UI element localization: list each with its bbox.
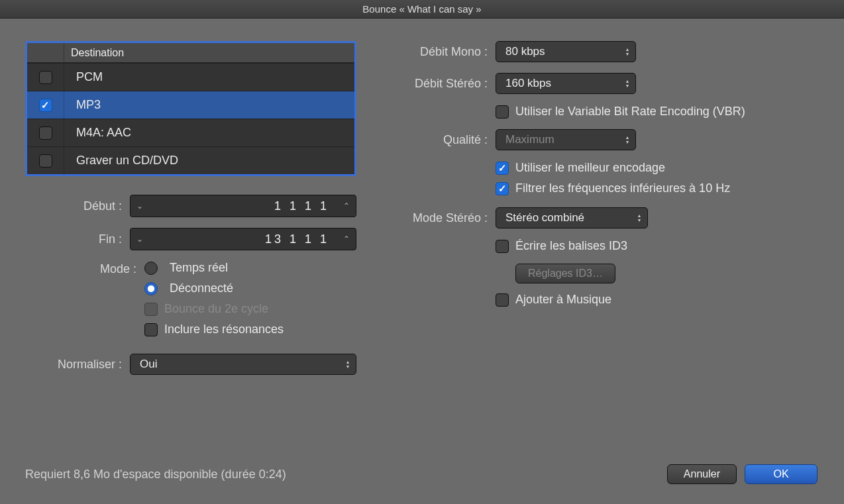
bounce-2nd-label: Bounce du 2e cycle [164,302,268,316]
stereo-mode-value: Stéréo combiné [505,211,584,225]
dest-label-cddvd: Graver un CD/DVD [64,154,178,168]
mono-value: 80 kbps [505,45,545,58]
dest-check-mp3[interactable] [39,99,52,112]
id3-settings-button: Réglages ID3… [515,264,615,283]
filter-10hz-checkbox[interactable] [496,182,509,195]
quality-select: Maximum [496,129,636,150]
cancel-button[interactable]: Annuler [667,464,737,484]
mono-label: Débit Mono : [383,45,496,59]
stereo-label: Débit Stéréo : [383,77,496,91]
dest-check-pcm[interactable] [39,71,52,84]
best-encoding-label: Utiliser le meilleur encodage [515,161,665,175]
id3-write-checkbox[interactable] [496,240,509,253]
window-title: Bounce « What I can say » [0,0,844,19]
include-tails-label: Inclure les résonances [164,323,284,336]
filter-10hz-label: Filtrer les fréquences inférieures à 10 … [515,181,730,195]
dest-row-mp3[interactable]: MP3 [27,91,354,119]
dest-header-check-col [27,43,64,62]
caret-icon [626,79,629,88]
dest-row-pcm[interactable]: PCM [27,63,354,91]
vbr-checkbox[interactable] [496,105,509,119]
end-label: Fin : [25,232,130,246]
normalize-select[interactable]: Oui [130,354,356,375]
id3-write-label: Écrire les balises ID3 [515,239,627,253]
start-stepper[interactable]: ⌄ 1 1 1 1 ⌃ [130,195,356,217]
dest-row-cddvd[interactable]: Graver un CD/DVD [27,146,354,174]
end-value[interactable]: 13 1 1 1 [149,232,337,246]
stereo-mode-label: Mode Stéréo : [383,211,496,225]
caret-icon [626,48,629,56]
include-tails-checkbox[interactable] [144,323,158,336]
dest-header-label: Destination [64,43,124,62]
start-label: Début : [25,199,130,213]
stereo-value: 160 kbps [505,77,551,90]
destination-table: Destination PCM MP3 M4A: AAC Graver un C… [25,41,356,176]
dest-label-mp3: MP3 [64,98,101,112]
caret-icon [626,136,629,144]
mode-realtime-radio[interactable] [144,262,158,275]
caret-icon [638,214,641,223]
dest-label-m4a: M4A: AAC [64,126,131,140]
chevron-down-icon[interactable]: ⌄ [131,201,149,211]
stereo-select[interactable]: 160 kbps [496,73,636,94]
bounce-2nd-checkbox [144,303,158,316]
stereo-mode-select[interactable]: Stéréo combiné [496,207,648,228]
dest-check-m4a[interactable] [39,126,52,140]
quality-value: Maximum [505,133,554,146]
end-stepper[interactable]: ⌄ 13 1 1 1 ⌃ [130,228,356,250]
mode-label: Mode : [25,261,144,276]
mode-offline-label: Déconnecté [170,281,233,295]
ok-button[interactable]: OK [745,464,818,484]
start-value[interactable]: 1 1 1 1 [149,199,337,213]
chevron-up-icon[interactable]: ⌃ [337,234,356,244]
chevron-down-icon[interactable]: ⌄ [131,234,149,244]
chevron-up-icon[interactable]: ⌃ [337,201,356,211]
add-to-music-checkbox[interactable] [496,293,509,307]
dest-label-pcm: PCM [64,70,103,84]
normalize-label: Normaliser : [25,358,130,372]
quality-label: Qualité : [383,133,496,147]
best-encoding-checkbox[interactable] [496,162,509,175]
mono-select[interactable]: 80 kbps [496,41,636,62]
normalize-value: Oui [140,358,157,371]
mode-offline-radio[interactable] [144,282,158,295]
vbr-label: Utiliser le Variable Bit Rate Encoding (… [515,105,745,119]
dest-check-cddvd[interactable] [39,154,52,168]
dest-row-m4a[interactable]: M4A: AAC [27,119,354,146]
mode-realtime-label: Temps réel [170,261,228,275]
add-to-music-label: Ajouter à Musique [515,293,611,307]
status-text: Requiert 8,6 Mo d'espace disponible (dur… [25,468,286,481]
caret-icon [346,360,349,369]
